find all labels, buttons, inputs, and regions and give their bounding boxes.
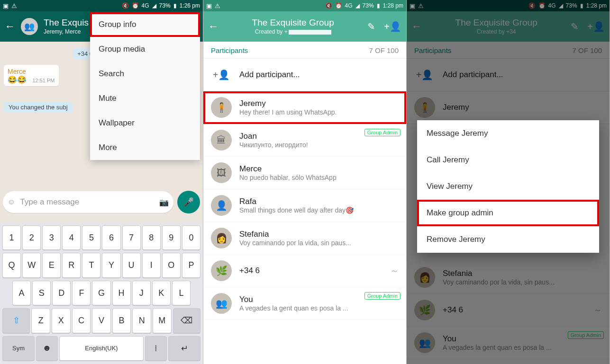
key-shift[interactable]: ⇧ — [2, 308, 30, 333]
battery-text: 73% — [159, 2, 171, 9]
back-button[interactable]: ← — [208, 20, 219, 33]
key-z[interactable]: Z — [31, 308, 50, 333]
add-person-icon: +👤 — [211, 64, 232, 85]
key-2[interactable]: 2 — [22, 225, 41, 250]
participant-stefania[interactable]: 👩 Stefania Voy caminando por la vida, si… — [203, 222, 406, 255]
ctx-view[interactable]: View Jeremy — [417, 173, 599, 200]
participant-merce[interactable]: 🖼 Merce No puedo hablar, sólo WhatsApp — [203, 157, 406, 189]
menu-mute[interactable]: Mute — [90, 86, 200, 111]
menu-search[interactable]: Search — [90, 62, 200, 86]
camera-icon[interactable]: 📷 — [159, 198, 169, 207]
key-t[interactable]: T — [82, 253, 100, 277]
participant-phone[interactable]: 🌿 +34 6 ～ — [203, 255, 406, 287]
key-e[interactable]: E — [42, 253, 61, 277]
overflow-menu: Group info Group media Search Mute Wallp… — [90, 12, 200, 160]
status-bar: ▣⚠ 🔇 ⏰ 4G ◢ 73% ▮ 1:28 pm — [203, 0, 406, 11]
menu-group-info[interactable]: Group info — [90, 12, 200, 37]
key-sym[interactable]: Sym — [2, 336, 35, 361]
message-input[interactable]: ☺ Type a message 📷 — [3, 191, 173, 213]
input-placeholder: Type a message — [20, 197, 159, 207]
key-w[interactable]: W — [22, 253, 41, 277]
key-d[interactable]: D — [52, 281, 71, 305]
participant-status: Small things done well day after day🎯 — [239, 206, 399, 214]
key-m[interactable]: M — [153, 308, 172, 333]
key-n[interactable]: N — [132, 308, 151, 333]
edit-icon[interactable]: ✎ — [367, 21, 375, 32]
key-enter[interactable]: ↵ — [168, 336, 200, 361]
status-bar: ▣⚠ 🔇 ⏰ 4G ◢ 73% ▮ 1:26 pm — [0, 0, 203, 11]
participant-jeremy[interactable]: 🧍 Jeremy Hey there! I am using WhatsApp. — [203, 91, 406, 124]
alarm-icon: ⏰ — [132, 2, 139, 9]
avatar: 🧍 — [211, 97, 232, 118]
participant-name: Jeremy — [239, 99, 399, 108]
ctx-message[interactable]: Message Jeremy — [417, 120, 599, 147]
composer: ☺ Type a message 📷 🎤 — [0, 188, 203, 217]
sender-name: Merce — [8, 68, 55, 75]
incoming-message[interactable]: Merce 😂😂 12:51 PM — [4, 65, 59, 86]
key-f[interactable]: F — [72, 281, 91, 305]
key-v[interactable]: V — [92, 308, 111, 333]
screenshot-icon: ▣ — [206, 2, 212, 9]
key-j[interactable]: J — [132, 281, 151, 305]
key-7[interactable]: 7 — [122, 225, 141, 250]
key-o[interactable]: O — [162, 253, 181, 277]
key-r[interactable]: R — [62, 253, 81, 277]
ctx-make-admin[interactable]: Make group admin — [417, 200, 599, 226]
battery-text: 73% — [363, 2, 374, 9]
avatar: 👥 — [211, 293, 232, 314]
key-1[interactable]: 1 — [2, 225, 21, 250]
key-i[interactable]: I — [142, 253, 161, 277]
ctx-call[interactable]: Call Jeremy — [417, 147, 599, 173]
emoji-icon[interactable]: ☺ — [8, 198, 15, 206]
add-person-icon[interactable]: +👤 — [384, 21, 401, 32]
signal-icon: ◢ — [152, 2, 156, 9]
add-participant[interactable]: +👤 Add participant... — [203, 59, 406, 91]
key-9[interactable]: 9 — [162, 225, 181, 250]
key-a[interactable]: A — [12, 281, 31, 305]
mic-button[interactable]: 🎤 — [177, 191, 200, 213]
key-q[interactable]: Q — [2, 253, 21, 277]
key-y[interactable]: Y — [102, 253, 120, 277]
key-6[interactable]: 6 — [102, 225, 120, 250]
participant-joan[interactable]: 🏛 Joan Чикипунто, ингордито! Group Admin — [203, 124, 406, 157]
group-avatar[interactable]: 👥 — [21, 18, 38, 35]
group-subtitle: Created by + — [224, 28, 362, 35]
key-space[interactable]: English(UK) — [59, 336, 144, 361]
key-k[interactable]: K — [152, 281, 171, 305]
key-5[interactable]: 5 — [82, 225, 100, 250]
participant-name: Stefania — [239, 230, 399, 239]
participant-status: No puedo hablar, sólo WhatsApp — [239, 174, 399, 181]
chevron-icon: ～ — [390, 265, 399, 276]
key-4[interactable]: 4 — [62, 225, 81, 250]
key-8[interactable]: 8 — [142, 225, 161, 250]
group-title: The Exquisite Group — [224, 18, 362, 28]
key-options[interactable]: ⁞ — [145, 336, 167, 361]
key-s[interactable]: S — [32, 281, 51, 305]
key-b[interactable]: B — [112, 308, 131, 333]
admin-badge: Group Admin — [364, 129, 401, 136]
participant-you[interactable]: 👥 You A vegades la gent quan es posa la … — [203, 287, 406, 320]
screen-group-info: ▣⚠ 🔇 ⏰ 4G ◢ 73% ▮ 1:28 pm ← The Exquisit… — [203, 0, 407, 364]
key-backspace[interactable]: ⌫ — [173, 308, 200, 333]
avatar: 🌿 — [211, 260, 232, 281]
key-3[interactable]: 3 — [42, 225, 61, 250]
key-c[interactable]: C — [72, 308, 91, 333]
menu-more[interactable]: More — [90, 135, 200, 160]
key-emoji[interactable]: ☻ — [36, 336, 58, 361]
key-l[interactable]: L — [172, 281, 191, 305]
screen-chat: ▣⚠ 🔇 ⏰ 4G ◢ 73% ▮ 1:26 pm ← 👥 The Exquis… — [0, 0, 203, 364]
section-count: 7 OF 100 — [369, 46, 399, 54]
key-g[interactable]: G — [92, 281, 110, 305]
key-0[interactable]: 0 — [182, 225, 200, 250]
key-u[interactable]: U — [122, 253, 141, 277]
menu-wallpaper[interactable]: Wallpaper — [90, 111, 200, 135]
participant-rafa[interactable]: 👤 Rafa Small things done well day after … — [203, 189, 406, 222]
key-h[interactable]: H — [112, 281, 131, 305]
key-p[interactable]: P — [182, 253, 200, 277]
menu-group-media[interactable]: Group media — [90, 37, 200, 62]
ctx-remove[interactable]: Remove Jeremy — [417, 226, 599, 253]
mute-icon: 🔇 — [325, 2, 332, 9]
back-button[interactable]: ← — [5, 20, 15, 33]
key-x[interactable]: X — [52, 308, 71, 333]
clock-text: 1:28 pm — [383, 2, 403, 9]
